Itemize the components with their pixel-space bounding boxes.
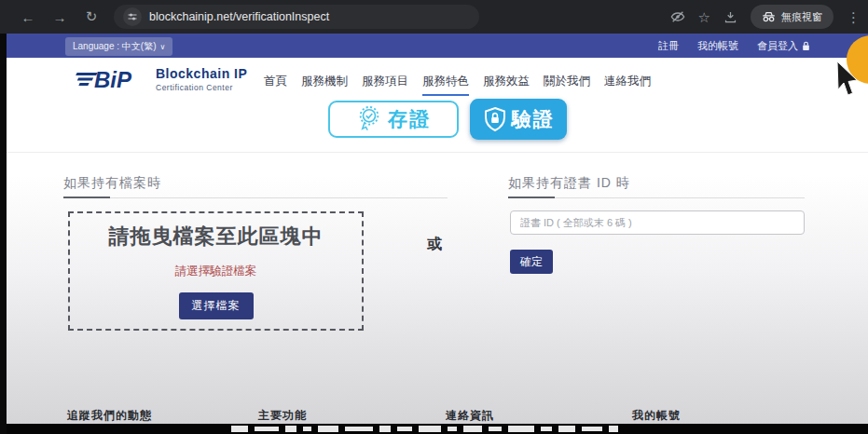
id-section-rule — [508, 197, 805, 198]
medal-icon — [356, 105, 382, 133]
footer-follow-us: 追蹤我們的動態 — [67, 408, 152, 424]
id-section-title: 如果持有證書 ID 時 — [508, 175, 630, 192]
site-logo[interactable]: BiP Blockchain IP Certification Center — [70, 63, 247, 95]
svg-text:BiP: BiP — [94, 67, 132, 92]
footer-my-account: 我的帳號 — [632, 408, 681, 424]
incognito-badge[interactable]: 無痕視窗 — [751, 5, 834, 29]
subtitle-fragments — [231, 427, 618, 432]
nav-service-benefits[interactable]: 服務效益 — [483, 74, 530, 96]
section-divider — [7, 152, 868, 153]
choose-file-button[interactable]: 選擇檔案 — [179, 292, 254, 319]
left-letterbox-strip — [0, 34, 7, 434]
dropzone-text: 請拖曳檔案至此區塊中 — [109, 223, 324, 251]
browser-menu-icon[interactable]: ⋮ — [847, 10, 861, 24]
nav-service-features[interactable]: 服務特色 — [422, 74, 469, 96]
url-text: blockchainip.net/verificationInspect — [149, 10, 329, 23]
or-label: 或 — [427, 235, 442, 254]
footer-contact-info: 連絡資訊 — [446, 408, 494, 424]
address-bar[interactable]: blockchainip.net/verificationInspect — [114, 5, 479, 29]
footer-main-functions: 主要功能 — [258, 408, 307, 424]
browser-toolbar: ← → ↻ blockchainip.net/verificationInspe… — [0, 0, 868, 34]
verify-label: 驗證 — [512, 106, 555, 132]
nav-service-mechanism[interactable]: 服務機制 — [301, 74, 348, 96]
my-account-link[interactable]: 我的帳號 — [697, 39, 738, 53]
mouse-cursor-icon — [835, 61, 860, 99]
certificate-id-input[interactable] — [510, 210, 805, 235]
shield-lock-icon — [483, 106, 507, 132]
bip-logo-mark: BiP — [70, 63, 148, 95]
file-dropzone[interactable]: 請拖曳檔案至此區塊中 請選擇驗證檔案 選擇檔案 — [68, 211, 364, 331]
site-info-icon[interactable] — [123, 7, 142, 26]
nav-about-us[interactable]: 關於我們 — [544, 74, 590, 96]
back-button[interactable]: ← — [19, 9, 37, 25]
reload-button[interactable]: ↻ — [82, 8, 101, 25]
verify-button[interactable]: 驗證 — [470, 99, 567, 140]
nav-contact-us[interactable]: 連絡我們 — [604, 74, 651, 96]
password-eye-icon[interactable] — [670, 9, 685, 24]
register-link[interactable]: 註冊 — [658, 39, 679, 53]
file-section-title: 如果持有檔案時 — [63, 175, 161, 192]
member-login-label: 會員登入 — [757, 39, 798, 53]
account-bar: Language : 中文(繁) ∨ 註冊 我的帳號 會員登入 — [7, 34, 868, 58]
nav-home[interactable]: 首頁 — [264, 74, 287, 96]
member-login-link[interactable]: 會員登入 — [757, 39, 810, 53]
download-icon[interactable] — [723, 10, 737, 24]
bookmark-star-icon[interactable]: ☆ — [698, 10, 710, 24]
attest-label: 存證 — [388, 106, 431, 132]
logo-title: Blockchain IP — [156, 66, 247, 81]
incognito-icon — [762, 11, 776, 22]
language-selector[interactable]: Language : 中文(繁) ∨ — [65, 37, 172, 56]
language-label: Language : 中文(繁) — [73, 40, 157, 53]
logo-subtitle: Certification Center — [156, 83, 247, 92]
dropzone-hint: 請選擇驗證檔案 — [175, 264, 257, 279]
file-section-rule — [63, 197, 448, 198]
forward-button[interactable]: → — [50, 9, 69, 25]
incognito-label: 無痕視窗 — [781, 10, 822, 24]
screenshot-stage: ← → ↻ blockchainip.net/verificationInspe… — [0, 0, 868, 434]
attest-button[interactable]: 存證 — [328, 101, 459, 138]
main-navigation: 首頁 服務機制 服務項目 服務特色 服務效益 關於我們 連絡我們 — [264, 74, 651, 96]
confirm-button[interactable]: 確定 — [510, 250, 553, 274]
nav-service-items[interactable]: 服務項目 — [362, 74, 408, 96]
lock-icon — [802, 41, 810, 51]
chevron-down-icon: ∨ — [160, 43, 166, 51]
